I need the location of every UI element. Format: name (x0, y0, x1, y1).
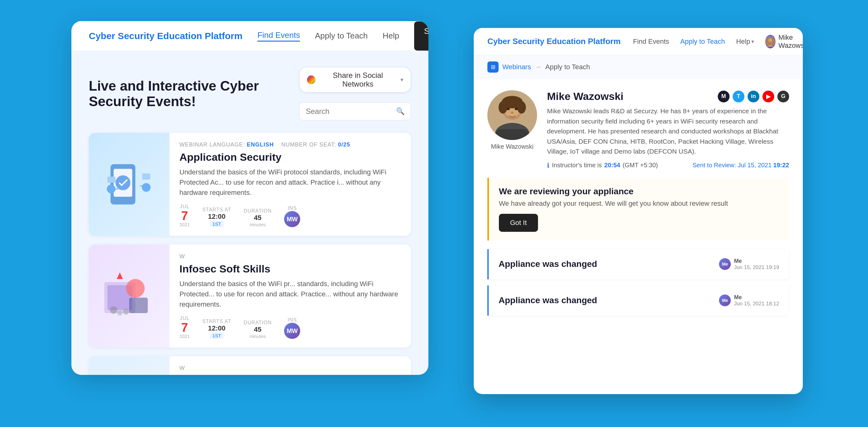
search-input[interactable] (306, 107, 396, 116)
event-meta-row: JUL 7 2021 STARTS AT 12:00 1ST DURATION … (180, 204, 401, 227)
event-month: JUL 7 2021 (180, 204, 190, 227)
profile-name: Mike Wazowski (547, 90, 623, 102)
event-duration: DURATION 45 minutes (244, 208, 272, 227)
appliance-time-value-1: 19:19 (766, 264, 779, 270)
duration-unit: minutes (250, 222, 266, 227)
social-icons: M T in ▶ G (718, 91, 789, 102)
profile-bio: Mike Wazowski leads R&D at Securzy. He h… (547, 106, 789, 157)
sent-to-review: Sent to Review: Jul 15, 2021 19:22 (692, 162, 789, 169)
social-icon-linkedin[interactable]: in (748, 91, 760, 102)
front-user[interactable]: Mike Wazowski ≡ (765, 34, 803, 50)
instructor-time-label: Instructor's time is (552, 162, 602, 169)
user-name: Mike Wazowski (779, 34, 803, 50)
breadcrumb-link[interactable]: Webinars (502, 63, 531, 71)
infosec-month: JUL 7 2021 (180, 316, 190, 339)
back-panel-body: Live and Interactive Cyber Security Even… (71, 51, 428, 375)
search-button[interactable]: 🔍 (396, 107, 404, 116)
svg-point-33 (499, 101, 507, 113)
front-nav-find-events[interactable]: Find Events (633, 38, 669, 45)
share-icon (307, 75, 315, 84)
appliance-item-2: Appliance was changed Me Me Jun 15, 2021… (487, 286, 789, 316)
starts-at-value: 12:00 (208, 212, 225, 221)
social-icon-other[interactable]: G (777, 91, 789, 102)
w-badge: W (180, 253, 185, 260)
got-it-button[interactable]: Got It (499, 214, 538, 232)
front-nav-help[interactable]: Help ▾ (736, 38, 754, 45)
front-nav-apply-to-teach[interactable]: Apply to Teach (680, 38, 725, 45)
back-panel-nav: Cyber Security Education Platform Find E… (71, 21, 428, 51)
event-thumb-offensive (89, 356, 169, 375)
front-nav: Cyber Security Education Platform Find E… (474, 28, 803, 55)
review-title: We are reviewing your appliance (499, 187, 779, 196)
svg-point-17 (123, 308, 129, 315)
breadcrumb-separator: → (535, 63, 542, 71)
event-card-offensive: W Offensive Security Understand the basi… (89, 356, 411, 375)
sent-review-label: Sent to Review: (692, 162, 736, 168)
appliance-item-1: Appliance was changed Me Me Jun 15, 2021… (487, 249, 789, 279)
starts-at-label: STARTS AT (202, 319, 231, 324)
profile-avatar-wrap: Mike Wazowski (487, 90, 537, 150)
instructor-time: ℹ Instructor's time is 20:54 (GMT +5:30) (547, 162, 658, 169)
event-desc-app-security: Understand the basics of the WiFi protoc… (180, 167, 401, 198)
duration-value: 45 (254, 214, 261, 222)
event-card-content-app-security: WEBINAR LANGUAGE: ENGLISH NUMBER OF SEAT… (169, 133, 411, 236)
review-desc: We have already got your request. We wil… (499, 200, 779, 207)
event-title-app-security: Application Security (180, 151, 401, 163)
svg-point-15 (110, 306, 117, 314)
day-value: 7 (181, 209, 188, 222)
appliance-time-1: Jun 15, 2021 19:19 (734, 264, 779, 271)
appliance-user-avatar-1: Me (719, 258, 731, 270)
ins-label: INS (287, 317, 297, 323)
breadcrumb: ⊞ Webinars → Apply to Teach (474, 55, 803, 79)
svg-point-6 (142, 183, 151, 192)
chevron-down-icon: ▾ (400, 76, 403, 83)
w-badge: W (180, 365, 185, 371)
svg-point-35 (507, 108, 510, 110)
event-card-content-offensive: W Offensive Security Understand the basi… (169, 356, 411, 375)
social-icon-medium[interactable]: M (718, 91, 730, 102)
ins-label: INS (287, 205, 297, 211)
appliance-time-value-2: 18:12 (766, 301, 779, 306)
back-nav-help[interactable]: Help (383, 31, 399, 41)
share-button[interactable]: Share in Social Networks ▾ (299, 67, 411, 93)
infosec-duration: DURATION 45 minutes (244, 320, 272, 339)
appliance-meta-1: Me Me Jun 15, 2021 19:19 (719, 258, 779, 271)
appliance-meta-2: Me Me Jun 15, 2021 18:12 (719, 294, 779, 307)
event-instructor: INS MW (284, 205, 300, 227)
social-icon-twitter[interactable]: T (733, 91, 744, 102)
svg-point-11 (126, 279, 145, 298)
sign-in-button[interactable]: Sign In (414, 22, 428, 51)
tag-value: 1ST (210, 332, 223, 339)
appliance-user-avatar-2: Me (719, 295, 731, 306)
seats-badge: NUMBER OF SEAT: 0/25 (281, 141, 350, 148)
event-title-infosec: Infosec Soft Skills (180, 263, 401, 275)
event-badge-row: WEBINAR LANGUAGE: ENGLISH NUMBER OF SEAT… (180, 141, 401, 148)
duration-value: 45 (254, 326, 261, 334)
svg-point-34 (517, 101, 526, 113)
user-avatar (765, 35, 775, 48)
profile-avatar (487, 90, 537, 140)
profile-photo (487, 90, 537, 140)
front-panel: Cyber Security Education Platform Find E… (474, 28, 803, 394)
tag-value: 1ST (210, 221, 223, 227)
app-security-illustration (98, 158, 160, 211)
svg-rect-39 (495, 129, 529, 140)
sent-review-time: 19:22 (773, 162, 789, 168)
social-icon-youtube[interactable]: ▶ (763, 91, 774, 102)
search-box: 🔍 (299, 102, 411, 121)
svg-point-36 (515, 108, 518, 110)
svg-point-2 (116, 175, 130, 190)
event-meta-row-infosec: JUL 7 2021 STARTS AT 12:00 1ST DURATION … (180, 316, 401, 339)
help-label: Help (736, 38, 750, 45)
event-card-app-security: WEBINAR LANGUAGE: ENGLISH NUMBER OF SEAT… (89, 133, 411, 236)
infosec-illustration (98, 270, 160, 322)
svg-marker-14 (117, 273, 123, 279)
back-nav-apply-to-teach[interactable]: Apply to Teach (315, 31, 368, 41)
review-box: We are reviewing your appliance We have … (487, 178, 789, 240)
infosec-starts: STARTS AT 12:00 1ST (202, 319, 231, 339)
info-icon: ℹ (547, 162, 550, 169)
instructor-time-value: 20:54 (604, 162, 620, 169)
back-nav-find-events[interactable]: Find Events (257, 30, 300, 41)
appliance-time-2: Jun 15, 2021 18:12 (734, 301, 779, 307)
instructor-time-row: ℹ Instructor's time is 20:54 (GMT +5:30)… (547, 162, 789, 169)
